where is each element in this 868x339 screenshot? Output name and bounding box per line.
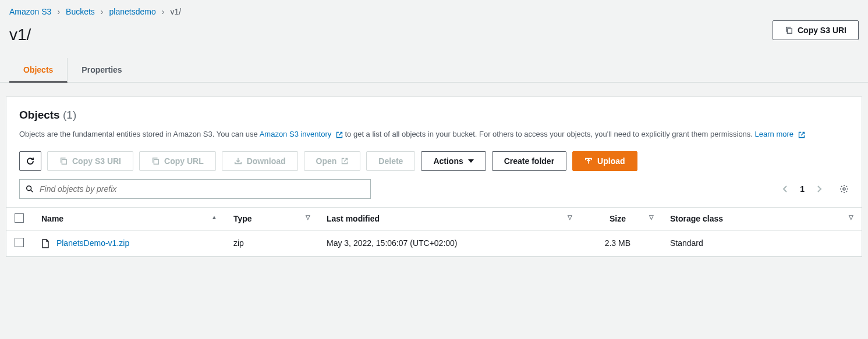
learn-more-link[interactable]: Learn more: [755, 130, 805, 138]
objects-table: Name▲ Type▽ Last modified▽ Size▽ Storage…: [6, 207, 862, 256]
create-folder-button[interactable]: Create folder: [492, 151, 566, 171]
button-label: Delete: [378, 156, 403, 166]
table-row: PlanetsDemo-v1.zip zip May 3, 2022, 15:0…: [6, 230, 862, 256]
breadcrumb-current: v1/: [170, 7, 181, 16]
col-name[interactable]: Name: [41, 214, 63, 223]
cell-size: 2.3 MB: [580, 230, 662, 256]
external-link-icon: [336, 131, 343, 138]
external-link-icon: [798, 131, 805, 138]
actions-button[interactable]: Actions: [421, 151, 486, 171]
chevron-right-icon: ›: [162, 7, 165, 16]
svg-rect-2: [154, 159, 158, 164]
sort-icon[interactable]: ▽: [849, 214, 853, 220]
caret-down-icon: [468, 158, 474, 164]
settings-button[interactable]: [839, 184, 849, 194]
cell-type: zip: [225, 230, 318, 256]
breadcrumb: Amazon S3 › Buckets › planetsdemo › v1/: [0, 0, 868, 16]
sort-icon[interactable]: ▽: [649, 214, 654, 220]
tab-properties[interactable]: Properties: [68, 58, 136, 82]
sort-icon[interactable]: ▽: [306, 214, 310, 220]
button-label: Upload: [597, 156, 625, 166]
refresh-icon: [26, 156, 35, 166]
link-label: Amazon S3 inventory: [260, 130, 332, 138]
refresh-button[interactable]: [19, 151, 41, 171]
upload-button[interactable]: Upload: [572, 151, 637, 171]
object-link[interactable]: PlanetsDemo-v1.zip: [56, 238, 129, 248]
search-input[interactable]: [40, 184, 364, 194]
copy-s3-uri-button[interactable]: Copy S3 URI: [47, 151, 133, 171]
col-last-modified[interactable]: Last modified: [327, 214, 380, 223]
select-all-checkbox[interactable]: [15, 213, 24, 223]
svg-rect-0: [787, 28, 792, 33]
col-storage-class[interactable]: Storage class: [670, 214, 723, 223]
delete-button[interactable]: Delete: [366, 151, 415, 171]
panel-count: (1): [63, 109, 76, 121]
chevron-right-icon: ›: [57, 7, 60, 16]
external-link-icon: [341, 158, 348, 165]
pagination: 1: [782, 184, 849, 194]
svg-rect-1: [62, 159, 66, 164]
desc-text: to get a list of all objects in your buc…: [345, 130, 754, 138]
breadcrumb-link[interactable]: Amazon S3: [9, 7, 51, 16]
toolbar: Copy S3 URI Copy URL Download Open Delet…: [19, 151, 849, 171]
copy-icon: [151, 157, 160, 165]
open-button[interactable]: Open: [304, 151, 361, 171]
button-label: Copy S3 URI: [72, 156, 121, 166]
desc-text: Objects are the fundamental entities sto…: [19, 130, 260, 138]
breadcrumb-link[interactable]: Buckets: [66, 7, 95, 16]
chevron-right-icon: ›: [101, 7, 104, 16]
svg-point-3: [27, 186, 31, 191]
button-label: Download: [247, 156, 286, 166]
panel-title: Objects (1): [19, 109, 849, 122]
copy-s3-uri-button[interactable]: Copy S3 URI: [773, 20, 859, 40]
page-title: v1/: [9, 16, 31, 44]
col-size[interactable]: Size: [610, 214, 626, 223]
row-checkbox[interactable]: [15, 238, 24, 247]
copy-icon: [785, 26, 793, 34]
next-page-button[interactable]: [816, 185, 822, 193]
copy-icon: [59, 157, 68, 165]
button-label: Create folder: [504, 156, 554, 166]
prev-page-button[interactable]: [782, 185, 788, 193]
breadcrumb-link[interactable]: planetsdemo: [109, 7, 156, 16]
page-number: 1: [800, 184, 805, 194]
download-button[interactable]: Download: [222, 151, 298, 171]
tabs: Objects Properties: [0, 58, 868, 83]
button-label: Open: [316, 156, 337, 166]
panel-description: Objects are the fundamental entities sto…: [19, 129, 849, 141]
search-box[interactable]: [19, 179, 371, 199]
button-label: Actions: [433, 156, 463, 166]
sort-icon[interactable]: ▽: [568, 214, 572, 220]
link-label: Learn more: [755, 130, 793, 138]
file-icon: [41, 239, 49, 248]
copy-url-button[interactable]: Copy URL: [139, 151, 216, 171]
button-label: Copy URL: [164, 156, 204, 166]
sort-asc-icon[interactable]: ▲: [211, 214, 217, 220]
panel-title-text: Objects: [19, 109, 60, 121]
tab-objects[interactable]: Objects: [9, 58, 68, 83]
button-label: Copy S3 URI: [798, 26, 846, 35]
search-icon: [26, 185, 34, 193]
cell-storage-class: Standard: [662, 230, 862, 256]
download-icon: [234, 157, 242, 165]
upload-icon: [584, 157, 593, 165]
svg-point-4: [843, 188, 845, 190]
col-type[interactable]: Type: [233, 214, 252, 223]
inventory-link[interactable]: Amazon S3 inventory: [260, 130, 345, 138]
cell-last-modified: May 3, 2022, 15:06:07 (UTC+02:00): [318, 230, 580, 256]
objects-panel: Objects (1) Objects are the fundamental …: [6, 97, 862, 257]
